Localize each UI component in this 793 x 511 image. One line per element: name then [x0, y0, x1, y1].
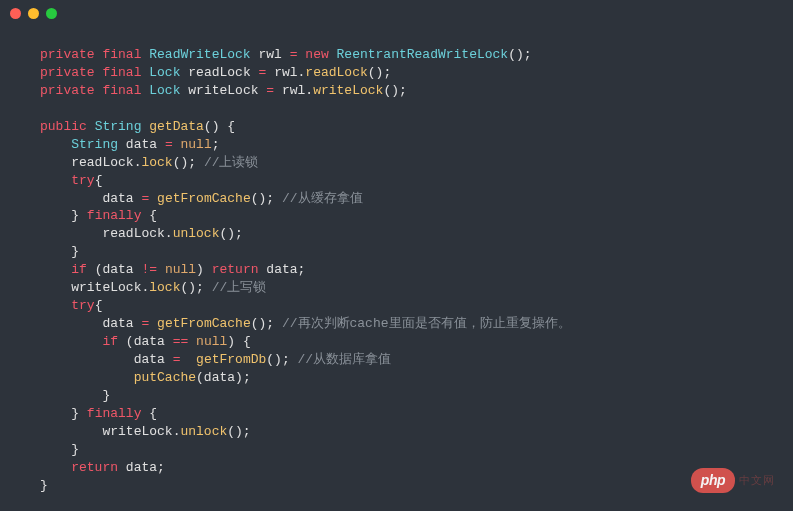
- punct: (: [87, 262, 103, 277]
- identifier: data: [102, 316, 133, 331]
- punct: ();: [173, 155, 196, 170]
- identifier: data: [118, 460, 157, 475]
- comment: //从数据库拿值: [290, 352, 391, 367]
- operator: =: [259, 65, 267, 80]
- type: Lock: [149, 65, 180, 80]
- keyword: new: [305, 47, 328, 62]
- identifier: rwl: [282, 83, 305, 98]
- null-literal: null: [181, 137, 212, 152]
- close-icon[interactable]: [10, 8, 21, 19]
- operator: =: [173, 352, 181, 367]
- punct: ();: [368, 65, 391, 80]
- operator: ==: [173, 334, 189, 349]
- identifier: readLock: [71, 155, 133, 170]
- keyword: final: [102, 83, 141, 98]
- null-literal: null: [165, 262, 196, 277]
- keyword: return: [212, 262, 259, 277]
- punct: }: [71, 244, 79, 259]
- minimize-icon[interactable]: [28, 8, 39, 19]
- watermark-text: 中文网: [739, 473, 775, 488]
- punct: (: [118, 334, 134, 349]
- operator: =: [266, 83, 274, 98]
- operator: !=: [141, 262, 157, 277]
- comment: //上写锁: [204, 280, 266, 295]
- code-editor: private final ReadWriteLock rwl = new Re…: [0, 26, 793, 494]
- punct: ();: [251, 316, 274, 331]
- method: writeLock: [313, 83, 383, 98]
- keyword: finally: [87, 208, 142, 223]
- method: getFromCache: [157, 191, 251, 206]
- punct: ;: [212, 137, 220, 152]
- method-name: getData: [149, 119, 204, 134]
- identifier: writeLock: [71, 280, 141, 295]
- punct: }: [71, 208, 79, 223]
- watermark: php 中文网: [691, 468, 775, 493]
- method: lock: [149, 280, 180, 295]
- keyword: final: [102, 47, 141, 62]
- punct: {: [95, 298, 103, 313]
- identifier: rwl: [274, 65, 297, 80]
- punct: (: [196, 370, 204, 385]
- keyword: try: [71, 298, 94, 313]
- punct: ();: [251, 191, 274, 206]
- type: Lock: [149, 83, 180, 98]
- punct: () {: [204, 119, 235, 134]
- punct: {: [141, 208, 157, 223]
- type: String: [71, 137, 118, 152]
- punct: ();: [219, 226, 242, 241]
- method: lock: [141, 155, 172, 170]
- punct: {: [141, 406, 157, 421]
- zoom-icon[interactable]: [46, 8, 57, 19]
- operator: =: [141, 191, 149, 206]
- window-titlebar: [0, 0, 793, 26]
- keyword: private: [40, 47, 95, 62]
- punct: ();: [383, 83, 406, 98]
- type: ReadWriteLock: [149, 47, 250, 62]
- punct: .: [305, 83, 313, 98]
- operator: =: [141, 316, 149, 331]
- punct: );: [235, 370, 251, 385]
- method: unlock: [173, 226, 220, 241]
- keyword: public: [40, 119, 87, 134]
- punct: }: [40, 478, 48, 493]
- operator: =: [165, 137, 173, 152]
- comment: //上读锁: [196, 155, 258, 170]
- constructor: ReentrantReadWriteLock: [337, 47, 509, 62]
- punct: }: [71, 442, 79, 457]
- method: readLock: [305, 65, 367, 80]
- identifier: data: [134, 334, 165, 349]
- identifier: data: [102, 262, 133, 277]
- identifier: readLock: [188, 65, 250, 80]
- punct: .: [165, 226, 173, 241]
- comment: //再次判断cache里面是否有值，防止重复操作。: [274, 316, 570, 331]
- method: getFromDb: [196, 352, 266, 367]
- watermark-badge: php: [691, 468, 735, 493]
- operator: =: [290, 47, 298, 62]
- punct: ;: [298, 262, 306, 277]
- identifier: data: [102, 191, 133, 206]
- type: String: [95, 119, 142, 134]
- punct: }: [71, 406, 79, 421]
- keyword: finally: [87, 406, 142, 421]
- keyword: try: [71, 173, 94, 188]
- punct: ) {: [227, 334, 250, 349]
- identifier: writeLock: [188, 83, 258, 98]
- punct: ();: [266, 352, 289, 367]
- punct: ;: [157, 460, 165, 475]
- identifier: data: [126, 137, 157, 152]
- identifier: readLock: [102, 226, 164, 241]
- punct: ();: [508, 47, 531, 62]
- punct: }: [102, 388, 110, 403]
- identifier: writeLock: [102, 424, 172, 439]
- keyword: private: [40, 83, 95, 98]
- identifier: rwl: [258, 47, 281, 62]
- punct: {: [95, 173, 103, 188]
- keyword: if: [71, 262, 87, 277]
- keyword: final: [102, 65, 141, 80]
- comment: //从缓存拿值: [274, 191, 362, 206]
- punct: ();: [180, 280, 203, 295]
- keyword: return: [71, 460, 118, 475]
- identifier: data: [259, 262, 298, 277]
- method: putCache: [134, 370, 196, 385]
- method: getFromCache: [157, 316, 251, 331]
